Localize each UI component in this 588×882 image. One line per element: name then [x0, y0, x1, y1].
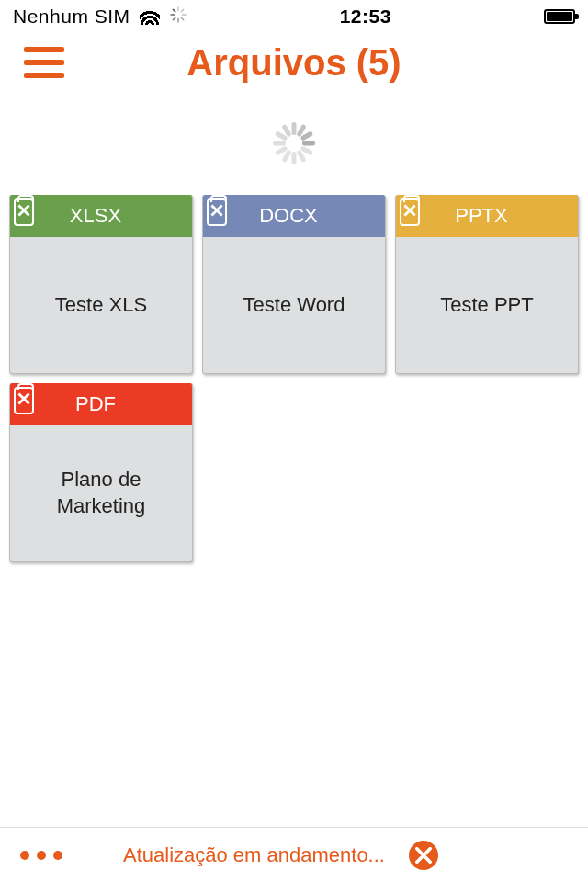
file-extension: DOCX	[203, 204, 374, 228]
status-bar: Nenhum SIM 12:53	[0, 0, 588, 33]
clock-label: 12:53	[340, 6, 391, 28]
svg-line-7	[173, 9, 175, 11]
file-card[interactable]: DOCX Teste Word	[202, 195, 386, 374]
carrier-label: Nenhum SIM	[13, 6, 130, 28]
file-name: Teste PPT	[396, 237, 578, 373]
file-name: Teste XLS	[10, 237, 192, 373]
file-extension: XLSX	[10, 204, 181, 228]
file-name: Teste Word	[203, 237, 385, 373]
file-type-header: PPTX	[396, 195, 578, 237]
file-card[interactable]: XLSX Teste XLS	[9, 195, 193, 374]
more-button[interactable]	[20, 851, 62, 860]
file-extension: PPTX	[396, 204, 567, 228]
file-name: Plano de Marketing	[10, 425, 192, 561]
activity-spinner-icon	[169, 6, 187, 28]
offline-unavailable-icon	[207, 198, 227, 226]
loading-spinner-icon	[273, 122, 315, 164]
svg-line-5	[173, 17, 175, 19]
file-type-header: XLSX	[10, 195, 192, 237]
file-type-header: PDF	[10, 383, 192, 425]
svg-line-3	[181, 17, 183, 19]
offline-unavailable-icon	[14, 387, 34, 414]
file-card[interactable]: PDF Plano de Marketing	[9, 383, 193, 562]
app-header: Arquivos (5)	[0, 33, 588, 92]
page-title: Arquivos (5)	[187, 42, 401, 84]
svg-line-1	[181, 9, 183, 11]
menu-button[interactable]	[24, 47, 64, 78]
cancel-update-button[interactable]	[409, 841, 438, 870]
file-type-header: DOCX	[203, 195, 385, 237]
loading-area	[0, 92, 588, 195]
file-extension: PDF	[10, 392, 181, 416]
file-grid: XLSX Teste XLS DOCX Teste Word PPTX Test…	[0, 195, 588, 562]
footer-bar: Atualização em andamento...	[0, 827, 588, 882]
status-message: Atualização em andamento...	[123, 843, 385, 867]
offline-unavailable-icon	[400, 198, 420, 226]
file-card[interactable]: PPTX Teste PPT	[395, 195, 579, 374]
wifi-icon	[140, 8, 160, 25]
offline-unavailable-icon	[14, 198, 34, 226]
battery-icon	[544, 9, 575, 24]
